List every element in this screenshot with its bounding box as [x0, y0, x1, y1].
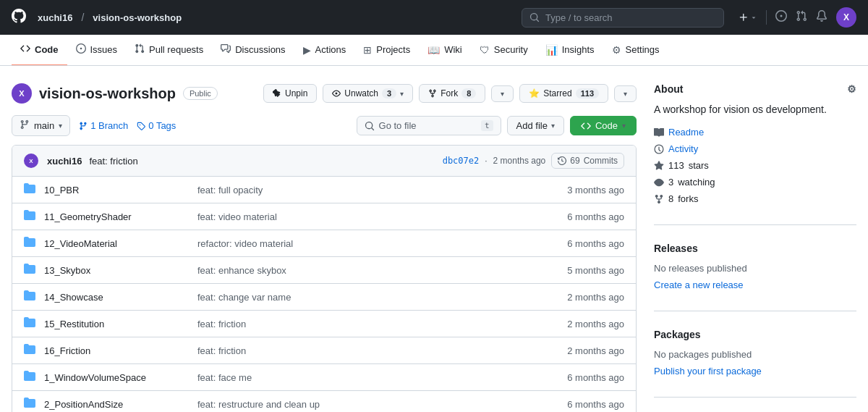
- file-commit-msg: feat: change var name: [197, 292, 529, 303]
- go-to-file-shortcut: t: [481, 120, 493, 131]
- repo-actions: Unpin Unwatch 3 ▾ Fork 8 ▾ ⭐: [263, 84, 637, 103]
- file-name[interactable]: 15_Restitution: [44, 319, 189, 329]
- nav-reponame[interactable]: vision-os-workshop: [93, 12, 182, 23]
- file-time: 6 months ago: [537, 372, 624, 383]
- tab-code[interactable]: Code: [12, 35, 67, 66]
- star-caret-button[interactable]: ▾: [614, 85, 637, 102]
- fork-label: Fork: [441, 88, 458, 98]
- table-row: 14_Showcase feat: change var name 2 mont…: [12, 284, 636, 311]
- file-name[interactable]: 11_GeometryShader: [44, 211, 189, 222]
- tab-code-label: Code: [35, 44, 59, 55]
- about-gear-icon[interactable]: ⚙: [847, 83, 856, 95]
- new-button[interactable]: [739, 12, 757, 22]
- unwatch-button[interactable]: Unwatch 3 ▾: [323, 84, 413, 103]
- actions-nav-icon: ▶: [303, 44, 311, 56]
- table-row: 15_Restitution feat: friction 2 months a…: [12, 311, 636, 337]
- unwatch-count: 3: [382, 88, 396, 98]
- fork-button[interactable]: Fork 8: [419, 84, 485, 103]
- activity-link[interactable]: Activity: [654, 140, 856, 157]
- table-row: 2_PositionAndSize feat: restructure and …: [12, 391, 636, 412]
- publish-package-link[interactable]: Publish your first package: [654, 363, 856, 379]
- file-table: X xuchi16 feat: friction dbc07e2 · 2 mon…: [12, 145, 637, 412]
- file-time: 2 months ago: [537, 319, 624, 329]
- repo-title[interactable]: vision-os-workshop: [39, 85, 176, 102]
- packages-title: Packages: [654, 329, 856, 340]
- main-content: X vision-os-workshop Public Unpin Unwatc…: [0, 66, 868, 412]
- fork-count: 8: [461, 88, 476, 98]
- file-name[interactable]: 14_Showcase: [44, 292, 189, 303]
- about-section: About ⚙ A workshop for vision os develop…: [654, 83, 856, 225]
- create-release-link[interactable]: Create a new release: [654, 277, 856, 293]
- tab-pullrequests[interactable]: Pull requests: [126, 35, 212, 66]
- github-logo-icon[interactable]: [12, 9, 26, 27]
- branch-name: main: [34, 120, 54, 131]
- tab-settings[interactable]: ⚙ Settings: [603, 35, 668, 66]
- star-label: Starred: [543, 88, 571, 98]
- file-rows: 10_PBR feat: full opacity 3 months ago 1…: [12, 177, 636, 412]
- file-time: 2 months ago: [537, 345, 624, 356]
- go-to-file-label: Go to file: [379, 120, 417, 131]
- file-time: 3 months ago: [537, 185, 624, 196]
- watching-count: 3: [668, 177, 673, 188]
- readme-link[interactable]: Readme: [654, 124, 856, 140]
- tab-settings-label: Settings: [626, 44, 660, 55]
- commit-hash[interactable]: dbc07e2: [443, 156, 480, 166]
- go-to-file-input[interactable]: Go to file t: [357, 116, 501, 135]
- nav-icons: X: [739, 7, 856, 28]
- stars-count: 113: [668, 160, 684, 171]
- branch-selector[interactable]: main ▾: [12, 115, 70, 136]
- nav-username[interactable]: xuchi16: [38, 12, 72, 23]
- file-name[interactable]: 2_PositionAndSize: [44, 399, 189, 410]
- file-commit-msg: feat: full opacity: [197, 185, 529, 196]
- commit-dot: ·: [485, 156, 487, 166]
- add-file-label: Add file: [516, 120, 548, 131]
- commit-header: X xuchi16 feat: friction dbc07e2 · 2 mon…: [12, 146, 636, 177]
- commit-user[interactable]: xuchi16: [47, 156, 82, 167]
- tab-security-label: Security: [494, 44, 528, 55]
- issues-icon[interactable]: [775, 10, 787, 25]
- tab-wiki[interactable]: 📖 Wiki: [419, 35, 471, 66]
- pullrequests-icon[interactable]: [796, 10, 807, 25]
- notifications-icon[interactable]: [816, 10, 827, 25]
- watching-label: watching: [678, 177, 715, 188]
- fork-caret-button[interactable]: ▾: [491, 85, 514, 102]
- branch-count-link[interactable]: 1 Branch: [79, 120, 128, 131]
- tab-discussions[interactable]: Discussions: [212, 35, 294, 66]
- tab-pr-label: Pull requests: [149, 44, 203, 55]
- commits-button[interactable]: 69 Commits: [551, 153, 624, 169]
- unwatch-label: Unwatch: [344, 88, 378, 98]
- no-releases-text: No releases published: [654, 263, 856, 274]
- tab-insights[interactable]: 📊 Insights: [537, 35, 603, 66]
- folder-icon: [24, 343, 35, 358]
- folder-icon: [24, 316, 35, 331]
- star-button[interactable]: ⭐ Starred 113: [519, 84, 608, 103]
- readme-label: Readme: [668, 127, 704, 138]
- table-row: 12_VideoMaterial refactor: video materia…: [12, 230, 636, 257]
- avatar[interactable]: X: [836, 7, 856, 28]
- activity-label: Activity: [668, 143, 698, 154]
- add-file-button[interactable]: Add file ▾: [507, 116, 564, 135]
- table-row: 11_GeometryShader feat: video material 6…: [12, 203, 636, 230]
- file-time: 6 months ago: [537, 211, 624, 222]
- branch-links: 1 Branch 0 Tags: [79, 120, 176, 131]
- file-name[interactable]: 12_VideoMaterial: [44, 238, 189, 249]
- file-name[interactable]: 16_Friction: [44, 345, 189, 356]
- repo-title-row: X vision-os-workshop Public: [12, 83, 218, 104]
- file-name[interactable]: 10_PBR: [44, 185, 189, 196]
- global-search[interactable]: Type / to search: [522, 8, 724, 28]
- code-button[interactable]: Code ▾: [570, 116, 637, 135]
- tab-issues[interactable]: Issues: [67, 35, 127, 66]
- unpin-button[interactable]: Unpin: [263, 84, 317, 103]
- add-file-caret-icon: ▾: [551, 122, 555, 130]
- file-name[interactable]: 1_WindowVolumeSpace: [44, 372, 189, 383]
- tag-count-link[interactable]: 0 Tags: [137, 120, 176, 131]
- file-name[interactable]: 13_Skybox: [44, 265, 189, 276]
- fork-caret-icon: ▾: [501, 90, 504, 98]
- tab-projects[interactable]: ⊞ Projects: [354, 35, 419, 66]
- folder-icon: [24, 290, 35, 304]
- tab-actions[interactable]: ▶ Actions: [294, 35, 355, 66]
- tab-issues-label: Issues: [90, 44, 118, 55]
- tab-projects-label: Projects: [376, 44, 410, 55]
- tab-security[interactable]: 🛡 Security: [471, 35, 537, 66]
- settings-nav-icon: ⚙: [612, 44, 621, 56]
